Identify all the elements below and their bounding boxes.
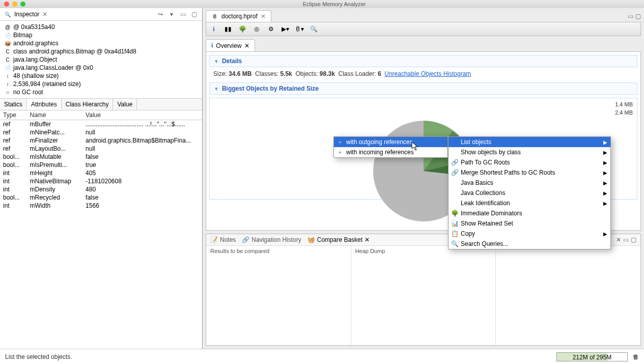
submenu-arrow-icon: ▶ (603, 160, 607, 165)
attribute-row[interactable]: refmLayoutBo...null (0, 145, 202, 153)
column-name[interactable]: Name (26, 110, 82, 120)
compare-col-results: Results to be compared (206, 246, 351, 345)
biggest-section-header[interactable]: ▼ Biggest Objects by Retained Size (209, 82, 637, 95)
submenu-arrow-icon: ▶ (603, 150, 607, 155)
menu-item-icon: 📋 (451, 230, 459, 237)
inspector-line: Cclass android.graphics.Bitmap @ 0xa4d1f… (4, 47, 198, 55)
menu-item-icon: 🔗 (451, 169, 459, 176)
minimize-bottom-button[interactable]: ▭ (623, 236, 629, 243)
menu-item[interactable]: List objects▶ (449, 137, 610, 147)
menu-item-icon: 🌳 (451, 210, 459, 217)
line-icon: C (4, 48, 11, 55)
attribute-row[interactable]: refmBuffer..............................… (0, 120, 202, 129)
thread-overview-icon[interactable]: ⚙ (266, 24, 275, 34)
attribute-row[interactable]: intmNativeBitmap-1181020608 (0, 177, 202, 185)
run-report-icon[interactable]: ▶▾ (281, 24, 290, 34)
inspector-view: 🔍 Inspector ✕ ↪ ▾ ▭ ▢ @@ 0xa5315a40📄Bitm… (0, 8, 203, 349)
unreachable-histogram-link[interactable]: Unreachable Objects Histogram (384, 70, 471, 77)
menu-item[interactable]: Show objects by class▶ (449, 147, 610, 157)
attribute-row[interactable]: intmWidth1566 (0, 202, 202, 210)
view-menu-button[interactable]: ▾ (167, 10, 176, 18)
close-window-button[interactable] (4, 2, 9, 7)
histogram-icon[interactable]: ▮▮ (223, 24, 233, 34)
attribute-row[interactable]: intmDensity480 (0, 185, 202, 193)
column-value[interactable]: Value (82, 110, 202, 120)
gc-button[interactable]: 🗑 (633, 353, 639, 360)
menu-item[interactable]: Java Basics▶ (449, 178, 610, 188)
line-icon: C (4, 56, 11, 63)
status-bar: List the selected objects. 212M of 295M … (0, 349, 644, 364)
submenu-arrow-icon: ▶ (603, 170, 607, 176)
attribute-row[interactable]: bool...mRecycledfalse (0, 193, 202, 202)
overview-tab[interactable]: i Overview ✕ (206, 39, 255, 51)
attribute-row[interactable]: bool...mIsPremulti...true (0, 161, 202, 169)
pie-label-0: 1.4 MB (615, 101, 633, 107)
details-section-header[interactable]: ▼ Details (209, 55, 637, 67)
attribute-row[interactable]: bool...mIsMutablefalse (0, 153, 202, 161)
menu-item[interactable]: Java Collections▶ (449, 188, 610, 198)
close-tab-button[interactable]: ✕ (365, 236, 370, 243)
minimize-window-button[interactable] (12, 2, 17, 7)
minimize-editor-button[interactable]: ▭ (628, 13, 633, 20)
menu-item[interactable]: 🔗Path To GC Roots▶ (449, 157, 610, 167)
attribute-row[interactable]: refmFinalizerandroid.graphics.Bitmap$Bit… (0, 136, 202, 145)
inspector-line: Cjava.lang.Object (4, 55, 198, 64)
query-browser-icon[interactable]: 🛢▾ (295, 24, 304, 34)
tab-icon: 🧺 (307, 236, 315, 243)
inspector-tab-value[interactable]: Value (113, 99, 137, 110)
status-message: List the selected objects. (5, 353, 551, 360)
inspector-tab-class-hierarchy[interactable]: Class Hierarchy (62, 99, 114, 110)
editor-tab-hprof[interactable]: 🛢 doctorq.hprof ✕ (206, 10, 271, 22)
attribute-row[interactable]: refmNinePatc...null (0, 128, 202, 136)
menu-item-icon: 🔗 (451, 159, 459, 166)
editor-tab-label: doctorq.hprof (221, 13, 258, 20)
close-view-button[interactable]: ✕ (42, 11, 47, 18)
tab-icon: 🔗 (242, 236, 249, 243)
minimize-view-button[interactable]: ▭ (179, 10, 187, 18)
collapse-arrow-icon: ▼ (214, 86, 219, 92)
oql-icon[interactable]: ◎ (252, 24, 261, 34)
find-icon[interactable]: 🔍 (309, 24, 318, 34)
submenu-item[interactable]: ▫with incoming references (334, 147, 447, 157)
overview-icon[interactable]: i (209, 24, 218, 34)
menu-item[interactable]: Leak Identification▶ (449, 198, 610, 208)
inspector-line: 📄java.lang.ClassLoader @ 0x0 (4, 64, 198, 72)
submenu-item[interactable]: ▫with outgoing references (334, 137, 447, 147)
inspector-line: ○no GC root (4, 88, 198, 96)
maximize-bottom-button[interactable]: ▢ (631, 236, 636, 243)
zoom-window-button[interactable] (20, 2, 25, 7)
collapse-arrow-icon: ▼ (214, 59, 219, 64)
menu-item-icon: ▫ (336, 149, 344, 156)
link-with-editor-button[interactable]: ↪ (156, 10, 164, 18)
inspector-title: Inspector (14, 11, 39, 18)
dominator-tree-icon[interactable]: 🌳 (238, 24, 247, 34)
menu-item[interactable]: 🔗Merge Shortest Paths to GC Roots▶ (449, 167, 610, 178)
inspector-tab-statics[interactable]: Statics (0, 99, 27, 110)
line-icon: @ (4, 23, 11, 31)
bottom-tab-navigation-history[interactable]: 🔗Navigation History (242, 236, 301, 243)
maximize-view-button[interactable]: ▢ (190, 10, 198, 18)
bottom-tab-compare-basket[interactable]: 🧺Compare Basket ✕ (307, 236, 370, 243)
column-type[interactable]: Type (0, 110, 26, 120)
menu-item[interactable]: 📊Show Retained Set (449, 218, 610, 229)
attribute-row[interactable]: intmHeight405 (0, 169, 202, 177)
menu-item-icon: ▫ (336, 138, 344, 146)
menu-item-icon: 📊 (451, 220, 459, 227)
maximize-editor-button[interactable]: ▢ (635, 13, 641, 20)
inspector-tab-attributes[interactable]: Attributes (27, 99, 62, 110)
close-bottom-tab-button[interactable]: ✕ (616, 236, 621, 243)
submenu-arrow-icon: ▶ (603, 190, 607, 196)
close-editor-button[interactable]: ✕ (261, 13, 266, 20)
line-icon: ○ (4, 89, 11, 96)
menu-item[interactable]: 🌳Immediate Dominators (449, 208, 610, 218)
details-body: Size: 34.6 MB Classes: 5.5k Objects: 98.… (213, 70, 633, 77)
bottom-tab-notes[interactable]: 📝Notes (210, 236, 236, 243)
heap-gauge[interactable]: 212M of 295M (556, 352, 628, 361)
close-overview-tab-button[interactable]: ✕ (244, 42, 249, 49)
menu-item[interactable]: 📋Copy▶ (449, 229, 610, 239)
inspector-line: ↕48 (shallow size) (4, 72, 198, 80)
menu-item[interactable]: 🔍Search Queries... (449, 239, 610, 249)
inspector-line: @@ 0xa5315a40 (4, 23, 198, 31)
pie-label-1: 2.4 MB (615, 109, 633, 116)
heap-dump-icon: 🛢 (211, 13, 218, 20)
